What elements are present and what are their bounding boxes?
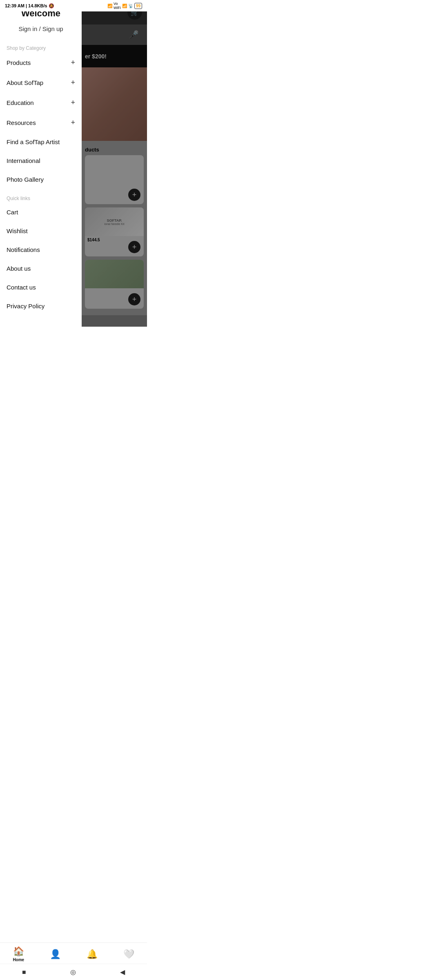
navigation-drawer: Welcome Sign in / Sign up Shop by Catego… xyxy=(0,0,82,327)
find-artist-menu-item[interactable]: Find a SofTap Artist xyxy=(0,133,82,151)
cart-menu-item[interactable]: Cart xyxy=(0,203,82,222)
wishlist-label: Wishlist xyxy=(7,227,28,234)
screen: 12:39 AM | 14.8KB/s 🔕 📶 VoWiFi 📶 📡 99 🛒 … xyxy=(0,0,147,327)
contact-us-menu-item[interactable]: Contact us xyxy=(0,278,82,297)
quick-links-label: Quick links xyxy=(0,189,82,203)
about-softap-expand-icon: + xyxy=(71,78,75,87)
dim-overlay[interactable] xyxy=(82,0,147,327)
products-label: Products xyxy=(7,59,31,66)
about-us-label: About us xyxy=(7,265,31,272)
international-label: International xyxy=(7,157,40,164)
about-us-menu-item[interactable]: About us xyxy=(0,259,82,278)
status-time-speed: 12:39 AM | 14.8KB/s 🔕 xyxy=(5,3,54,9)
status-icons: 📶 VoWiFi 📶 📡 99 xyxy=(107,2,142,10)
wifi-icon: 📡 xyxy=(128,4,133,8)
international-menu-item[interactable]: International xyxy=(0,151,82,170)
education-expand-icon: + xyxy=(71,98,75,107)
education-label: Education xyxy=(7,99,34,106)
photo-gallery-label: Photo Gallery xyxy=(7,176,44,183)
cart-label: Cart xyxy=(7,209,18,216)
privacy-policy-label: Privacy Policy xyxy=(7,303,45,310)
wishlist-menu-item[interactable]: Wishlist xyxy=(0,222,82,241)
products-expand-icon: + xyxy=(71,58,75,67)
about-softap-label: About SofTap xyxy=(7,79,43,86)
notifications-label: Notifications xyxy=(7,246,40,253)
products-menu-item[interactable]: Products + xyxy=(0,53,82,73)
resources-label: Resources xyxy=(7,119,36,126)
privacy-policy-menu-item[interactable]: Privacy Policy xyxy=(0,297,82,316)
signin-link[interactable]: Sign in / Sign up xyxy=(7,25,75,32)
battery-indicator: 99 xyxy=(134,3,142,9)
wifi-signal-icon: 📶 xyxy=(122,4,127,8)
find-artist-label: Find a SofTap Artist xyxy=(7,138,60,145)
vo-wifi-label: VoWiFi xyxy=(114,2,121,10)
resources-menu-item[interactable]: Resources + xyxy=(0,113,82,133)
photo-gallery-menu-item[interactable]: Photo Gallery xyxy=(0,170,82,189)
signal-icon: 📶 xyxy=(107,4,112,8)
status-bar: 12:39 AM | 14.8KB/s 🔕 📶 VoWiFi 📶 📡 99 xyxy=(0,0,147,11)
shop-by-category-label: Shop by Category xyxy=(0,39,82,53)
education-menu-item[interactable]: Education + xyxy=(0,93,82,113)
about-softap-menu-item[interactable]: About SofTap + xyxy=(0,73,82,93)
contact-us-label: Contact us xyxy=(7,284,36,291)
resources-expand-icon: + xyxy=(71,118,75,127)
notifications-menu-item[interactable]: Notifications xyxy=(0,241,82,259)
